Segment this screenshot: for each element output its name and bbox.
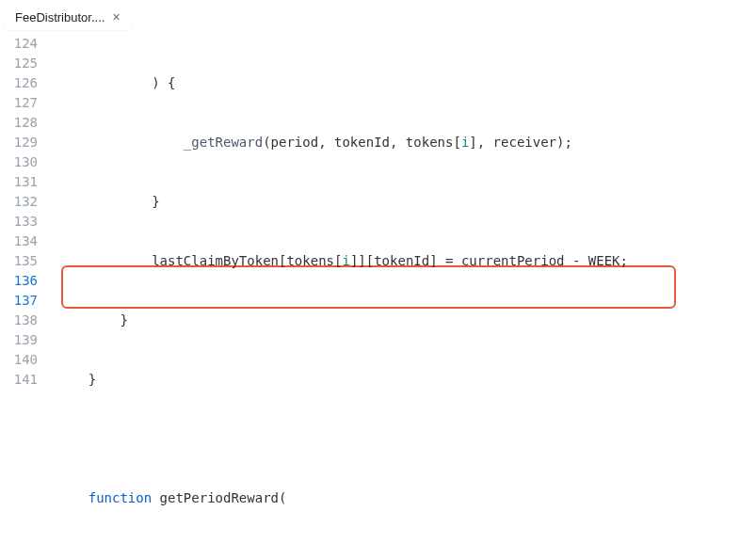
tab-title: FeeDistributor....	[15, 10, 105, 24]
code-editor[interactable]: 124125126 127128129 130131132 133134135 …	[0, 34, 756, 543]
code-content[interactable]: ) { _getReward(period, tokenId, tokens[i…	[56, 34, 756, 543]
line-gutter: 124125126 127128129 130131132 133134135 …	[0, 34, 47, 390]
tab-bar: FeeDistributor.... ×	[0, 0, 756, 34]
close-icon[interactable]: ×	[112, 9, 120, 24]
file-tab[interactable]: FeeDistributor.... ×	[4, 4, 132, 30]
